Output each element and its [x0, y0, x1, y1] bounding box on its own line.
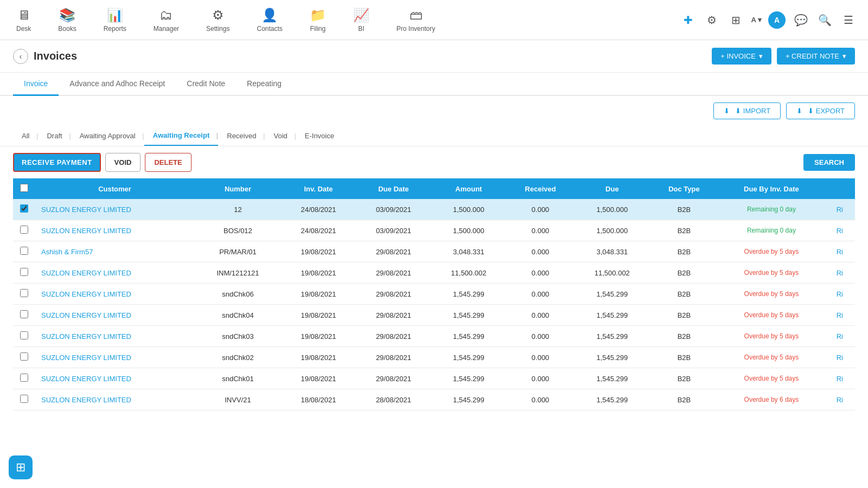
gear-icon[interactable]: ⚙: [703, 11, 720, 29]
row-checkbox[interactable]: [20, 395, 28, 403]
nav-books-label: Books: [58, 25, 76, 33]
nav-settings[interactable]: ⚙ Settings: [201, 3, 235, 37]
row-amount: 1,545.299: [431, 326, 506, 347]
nav-contacts[interactable]: 👤 Contacts: [251, 3, 288, 37]
row-due-date: 03/09/2021: [356, 199, 431, 220]
filing-icon: 📁: [310, 8, 326, 23]
grid-icon[interactable]: ⊞: [727, 11, 744, 29]
row-checkbox-cell[interactable]: [13, 305, 35, 326]
row-customer[interactable]: SUZLON ENERGY LIMITED: [35, 305, 195, 326]
nav-bi[interactable]: 📈 BI: [348, 3, 375, 37]
delete-button[interactable]: DELETE: [145, 153, 191, 172]
sub-tab-draft[interactable]: Draft: [38, 126, 71, 145]
tab-invoice[interactable]: Invoice: [13, 73, 59, 96]
row-checkbox[interactable]: [20, 204, 28, 213]
void-button[interactable]: VOID: [105, 153, 141, 172]
credit-note-button[interactable]: + CREDIT NOTE ▾: [777, 48, 855, 65]
nav-books[interactable]: 📚 Books: [53, 3, 81, 37]
sub-tab-all[interactable]: All: [13, 126, 38, 145]
row-checkbox-cell[interactable]: [13, 220, 35, 241]
row-inv-date: 19/08/2021: [281, 241, 356, 262]
row-due: 3,048.331: [575, 241, 649, 262]
row-checkbox-cell[interactable]: [13, 284, 35, 305]
export-label: ⬇ EXPORT: [808, 107, 845, 115]
sub-tab-void[interactable]: Void: [265, 126, 296, 145]
row-checkbox-cell[interactable]: [13, 241, 35, 262]
row-checkbox-cell[interactable]: [13, 389, 35, 410]
search-icon[interactable]: 🔍: [816, 11, 833, 29]
sub-tab-received[interactable]: Received: [218, 126, 265, 145]
nav-filing[interactable]: 📁 Filing: [304, 3, 331, 37]
notification-icon[interactable]: 💬: [792, 11, 809, 29]
row-customer[interactable]: Ashish & Firm57: [35, 241, 195, 262]
row-checkbox[interactable]: [20, 310, 28, 318]
invoice-button[interactable]: + INVOICE ▾: [712, 48, 771, 65]
row-amount: 1,545.299: [431, 284, 506, 305]
col-checkbox[interactable]: [13, 178, 35, 199]
import-label: ⬇ IMPORT: [735, 107, 770, 115]
row-due: 1,545.299: [575, 368, 649, 389]
nav-filing-label: Filing: [310, 25, 326, 33]
row-doc-type: B2B: [650, 389, 719, 410]
sub-tab-awaiting-approval[interactable]: Awaiting Approval: [71, 126, 144, 145]
row-checkbox[interactable]: [20, 331, 28, 339]
nav-settings-label: Settings: [206, 25, 229, 33]
row-customer[interactable]: SUZLON ENERGY LIMITED: [35, 220, 195, 241]
row-customer[interactable]: SUZLON ENERGY LIMITED: [35, 326, 195, 347]
row-checkbox-cell[interactable]: [13, 347, 35, 368]
row-checkbox-cell[interactable]: [13, 199, 35, 220]
row-extra: Ri: [825, 368, 855, 389]
row-checkbox-cell[interactable]: [13, 262, 35, 284]
tab-advance-adhoc[interactable]: Advance and Adhoc Receipt: [59, 73, 176, 96]
back-button[interactable]: ‹: [13, 49, 28, 64]
main-content: ‹ Invoices + INVOICE ▾ + CREDIT NOTE ▾ I…: [0, 40, 868, 488]
row-checkbox-cell[interactable]: [13, 326, 35, 347]
row-doc-type: B2B: [650, 241, 719, 262]
row-customer[interactable]: SUZLON ENERGY LIMITED: [35, 347, 195, 368]
row-checkbox[interactable]: [20, 226, 28, 234]
row-extra: Ri: [825, 347, 855, 368]
export-button[interactable]: ⬇ ⬇ EXPORT: [786, 102, 855, 119]
row-due: 11,500.002: [575, 262, 649, 284]
row-received: 0.000: [506, 220, 575, 241]
row-checkbox[interactable]: [20, 352, 28, 361]
manager-icon: 🗂: [159, 8, 173, 23]
sub-tab-einvoice[interactable]: E-Invoice: [296, 126, 343, 145]
row-checkbox[interactable]: [20, 268, 28, 276]
row-checkbox[interactable]: [20, 289, 28, 297]
row-due-date: 29/08/2021: [356, 368, 431, 389]
row-extra: Ri: [825, 326, 855, 347]
tab-credit-note[interactable]: Credit Note: [176, 73, 236, 96]
page-header-left: ‹ Invoices: [13, 49, 77, 64]
row-customer[interactable]: SUZLON ENERGY LIMITED: [35, 368, 195, 389]
row-customer[interactable]: SUZLON ENERGY LIMITED: [35, 389, 195, 410]
row-number: sndChk03: [195, 326, 281, 347]
row-inv-date: 19/08/2021: [281, 368, 356, 389]
tab-repeating[interactable]: Repeating: [236, 73, 292, 96]
row-customer[interactable]: SUZLON ENERGY LIMITED: [35, 262, 195, 284]
nav-pro-inventory[interactable]: 🗃 Pro Inventory: [391, 3, 441, 37]
import-button[interactable]: ⬇ ⬇ IMPORT: [713, 102, 781, 119]
row-checkbox[interactable]: [20, 247, 28, 255]
nav-reports[interactable]: 📊 Reports: [98, 3, 132, 37]
menu-icon[interactable]: ☰: [840, 11, 857, 29]
avatar[interactable]: A: [768, 11, 786, 29]
receive-payment-button[interactable]: RECEIVE PAYMENT: [13, 153, 101, 172]
table-row: SUZLON ENERGY LIMITED sndChk02 19/08/202…: [13, 347, 855, 368]
row-customer[interactable]: SUZLON ENERGY LIMITED: [35, 199, 195, 220]
row-number: INM/1212121: [195, 262, 281, 284]
row-due-by-inv-date: Overdue by 5 days: [718, 347, 824, 368]
nav-manager[interactable]: 🗂 Manager: [148, 3, 184, 37]
sub-tab-awaiting-receipt[interactable]: Awaiting Receipt: [144, 126, 219, 146]
row-due-by-inv-date: Remaining 0 day: [718, 199, 824, 220]
row-customer[interactable]: SUZLON ENERGY LIMITED: [35, 284, 195, 305]
nav-desk[interactable]: 🖥 Desk: [11, 3, 36, 37]
row-checkbox-cell[interactable]: [13, 368, 35, 389]
bottom-widget[interactable]: ⊞: [9, 455, 33, 479]
row-checkbox[interactable]: [20, 374, 28, 382]
select-all-checkbox[interactable]: [20, 184, 28, 192]
add-icon[interactable]: ✚: [679, 11, 697, 29]
search-button[interactable]: SEARCH: [803, 154, 855, 171]
row-received: 0.000: [506, 389, 575, 410]
credit-note-button-label: + CREDIT NOTE: [786, 52, 839, 60]
